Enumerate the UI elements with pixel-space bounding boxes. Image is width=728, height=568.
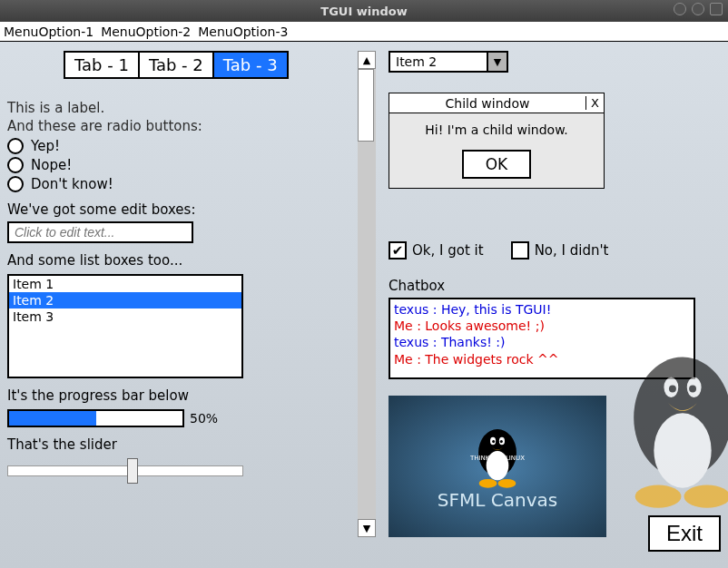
listbox[interactable]: Item 1 Item 2 Item 3 (7, 274, 243, 378)
exit-button[interactable]: Exit (648, 515, 721, 552)
menu-item[interactable]: MenuOption-3 (198, 24, 288, 39)
radio-nope[interactable]: Nope! (7, 157, 343, 173)
combobox[interactable]: Item 2 ▼ (389, 51, 508, 73)
chat-line: Me : Looks awesome! ;) (394, 318, 690, 334)
radio-icon (7, 138, 24, 154)
tux-background-icon (610, 338, 728, 514)
listbox-label: And some list boxes too... (7, 252, 343, 269)
radio-icon (7, 157, 24, 173)
checkbox-no[interactable]: No, I didn't (511, 241, 609, 260)
scroll-up-icon[interactable]: ▲ (358, 51, 376, 69)
child-window-text: Hi! I'm a child window. (425, 122, 568, 137)
slider-label: That's the slider (7, 436, 343, 453)
radio-label: Nope! (31, 157, 72, 173)
radio-label: Don't know! (31, 176, 113, 192)
ok-button[interactable]: OK (462, 150, 532, 179)
tab-2[interactable]: Tab - 2 (138, 51, 214, 79)
list-item[interactable]: Item 1 (9, 276, 241, 292)
canvas-label: SFML Canvas (438, 489, 557, 511)
progress-text: 50% (190, 411, 218, 426)
close-window-icon[interactable] (710, 3, 723, 15)
child-window: Child window X Hi! I'm a child window. O… (389, 93, 605, 189)
window-body: MenuOption-1 MenuOption-2 MenuOption-3 T… (0, 22, 728, 568)
scroll-down-icon[interactable]: ▼ (358, 519, 376, 537)
checkbox-label: Ok, I got it (412, 242, 484, 259)
checkbox-label: No, I didn't (535, 242, 609, 259)
list-item[interactable]: Item 3 (9, 308, 241, 325)
window-titlebar: TGUI window (0, 0, 728, 22)
sfml-canvas: THINKLINUX SFML Canvas (389, 396, 606, 537)
menu-item[interactable]: MenuOption-1 (4, 24, 93, 39)
minimize-icon[interactable] (674, 3, 686, 15)
menu-item[interactable]: MenuOption-2 (101, 24, 191, 39)
radio-intro: And these are radio buttons: (7, 118, 343, 134)
menubar: MenuOption-1 MenuOption-2 MenuOption-3 (0, 22, 728, 42)
scrollbar[interactable]: ▲ ▼ (358, 51, 376, 537)
radio-dontknow[interactable]: Don't know! (7, 176, 343, 192)
label-text: This is a label. (7, 100, 343, 116)
child-close-button[interactable]: X (585, 96, 604, 110)
scroll-thumb[interactable] (358, 69, 374, 142)
chevron-down-icon[interactable]: ▼ (487, 53, 507, 71)
radio-yep[interactable]: Yep! (7, 138, 343, 154)
scroll-track[interactable] (358, 69, 376, 519)
edit-input[interactable] (7, 221, 193, 243)
tab-1[interactable]: Tab - 1 (64, 51, 140, 79)
slider[interactable] (7, 458, 243, 484)
checkbox-icon (511, 241, 529, 260)
progress-label: It's the progress bar below (7, 387, 343, 404)
checkbox-icon: ✔ (389, 241, 407, 260)
radio-icon (7, 176, 24, 192)
maximize-icon[interactable] (692, 3, 704, 15)
progress-bar (7, 409, 184, 427)
checkbox-ok[interactable]: ✔ Ok, I got it (389, 241, 484, 260)
chatbox-label: Chatbox (389, 278, 445, 294)
combo-value: Item 2 (390, 54, 487, 69)
child-window-title: Child window (389, 96, 585, 111)
slider-thumb[interactable] (127, 458, 138, 484)
radio-label: Yep! (31, 138, 60, 154)
window-title: TGUI window (320, 5, 407, 18)
tux-icon: THINKLINUX (468, 422, 526, 489)
editbox-label: We've got some edit boxes: (7, 201, 343, 218)
list-item[interactable]: Item 2 (9, 292, 241, 308)
chat-line: texus : Hey, this is TGUI! (394, 301, 690, 318)
tab-3[interactable]: Tab - 3 (212, 51, 289, 79)
tab-bar: Tab - 1 Tab - 2 Tab - 3 (64, 51, 289, 79)
